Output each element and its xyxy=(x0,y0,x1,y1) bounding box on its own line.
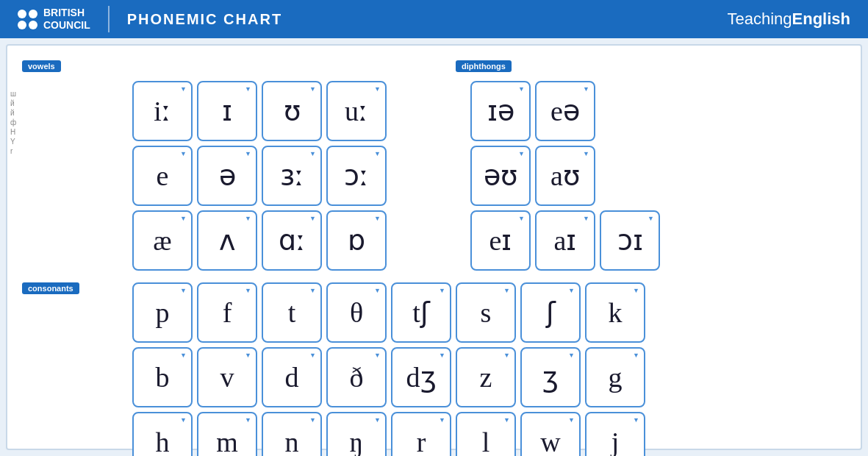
phoneme-cell-r[interactable]: r xyxy=(391,412,451,456)
vowels-label: vowels xyxy=(22,60,61,72)
main-content: ш й й ф H Y r vowels diphthongs consonan… xyxy=(6,44,862,450)
phoneme-cell-ʒ[interactable]: ʒ xyxy=(520,347,581,407)
phoneme-symbol-g: g xyxy=(609,363,623,391)
header: BRITISH COUNCIL PHONEMIC CHART TeachingE… xyxy=(0,0,868,38)
phoneme-symbol-s: s xyxy=(481,299,492,327)
logo-dot-2 xyxy=(29,10,37,18)
phoneme-symbol-h: h xyxy=(156,428,170,456)
phoneme-symbol-tʃ: tʃ xyxy=(412,299,430,327)
british-council-logo: BRITISH COUNCIL xyxy=(18,7,90,32)
phoneme-symbol-əʊ: əʊ xyxy=(484,162,517,190)
phoneme-cell-æ[interactable]: æ xyxy=(132,210,193,271)
phoneme-cell-v[interactable]: v xyxy=(197,347,257,407)
phoneme-cell-m[interactable]: m xyxy=(197,412,257,456)
consonants-row-3: h m n ŋ r l w j xyxy=(132,412,645,456)
phoneme-cell-ɔː[interactable]: ɔː xyxy=(326,146,387,206)
vowels-grid: iː ɪ ʊ uː e ə ɜː ɔː xyxy=(132,81,387,271)
logo-dot-3 xyxy=(18,21,26,29)
phoneme-cell-p[interactable]: p xyxy=(132,282,193,343)
phoneme-cell-uː[interactable]: uː xyxy=(326,81,387,141)
phoneme-cell-ʊ[interactable]: ʊ xyxy=(262,81,322,141)
diphthongs-row-2: əʊ aʊ xyxy=(470,146,660,206)
phoneme-cell-e[interactable]: e xyxy=(132,146,193,206)
phoneme-symbol-eɪ: eɪ xyxy=(489,227,512,254)
phoneme-symbol-k: k xyxy=(609,299,623,327)
header-divider xyxy=(108,6,110,32)
phoneme-symbol-eə: eə xyxy=(550,97,580,125)
phoneme-symbol-e: e xyxy=(157,162,169,190)
diphthongs-row-1: ɪə eə xyxy=(470,81,660,141)
phoneme-cell-ð[interactable]: ð xyxy=(326,347,387,407)
phoneme-cell-ʌ[interactable]: ʌ xyxy=(197,210,257,271)
phoneme-cell-j[interactable]: j xyxy=(585,412,645,456)
logo-text: BRITISH COUNCIL xyxy=(43,7,90,32)
phoneme-symbol-dʒ: dʒ xyxy=(406,363,437,391)
phoneme-symbol-ɪ: ɪ xyxy=(222,97,232,125)
phoneme-cell-ɪ[interactable]: ɪ xyxy=(197,81,257,141)
diphthongs-row-3: eɪ aɪ ɔɪ xyxy=(470,210,660,271)
phoneme-cell-d[interactable]: d xyxy=(262,347,322,407)
consonants-grid: p f t θ tʃ s ʃ k xyxy=(132,282,645,456)
phoneme-symbol-z: z xyxy=(480,363,492,391)
phoneme-cell-θ[interactable]: θ xyxy=(326,282,387,343)
phoneme-symbol-uː: uː xyxy=(345,97,368,125)
phoneme-cell-b[interactable]: b xyxy=(132,347,193,407)
phoneme-symbol-f: f xyxy=(223,299,232,327)
phoneme-cell-ɑː[interactable]: ɑː xyxy=(262,210,322,271)
phoneme-cell-t[interactable]: t xyxy=(262,282,322,343)
sidebar-letter: й xyxy=(10,109,16,117)
phoneme-cell-ɔɪ[interactable]: ɔɪ xyxy=(600,210,660,271)
phoneme-symbol-ɑː: ɑː xyxy=(279,227,306,254)
phoneme-symbol-ʊ: ʊ xyxy=(284,97,301,125)
phoneme-symbol-ɜː: ɜː xyxy=(280,162,304,190)
phoneme-cell-z[interactable]: z xyxy=(456,347,516,407)
sidebar-letter: ш xyxy=(10,90,16,98)
phoneme-cell-w[interactable]: w xyxy=(520,412,581,456)
phoneme-cell-dʒ[interactable]: dʒ xyxy=(391,347,451,407)
phoneme-symbol-aɪ: aɪ xyxy=(554,227,577,254)
phoneme-cell-tʃ[interactable]: tʃ xyxy=(391,282,451,343)
consonants-row-2: b v d ð dʒ z ʒ g xyxy=(132,347,645,407)
phoneme-cell-l[interactable]: l xyxy=(456,412,516,456)
sidebar-letter: ф xyxy=(10,118,16,127)
phoneme-cell-s[interactable]: s xyxy=(456,282,516,343)
phoneme-cell-iː[interactable]: iː xyxy=(132,81,193,141)
logo-dot-4 xyxy=(29,21,37,29)
phoneme-symbol-ŋ: ŋ xyxy=(350,428,364,456)
phoneme-symbol-θ: θ xyxy=(350,299,363,327)
sidebar-letter: r xyxy=(10,147,16,155)
phoneme-symbol-d: d xyxy=(285,363,299,391)
phoneme-cell-eɪ[interactable]: eɪ xyxy=(470,210,531,271)
phoneme-cell-ə[interactable]: ə xyxy=(197,146,257,206)
phoneme-cell-aɪ[interactable]: aɪ xyxy=(535,210,595,271)
phoneme-cell-h[interactable]: h xyxy=(132,412,193,456)
phoneme-cell-k[interactable]: k xyxy=(585,282,645,343)
phoneme-cell-n[interactable]: n xyxy=(262,412,322,456)
phoneme-cell-ŋ[interactable]: ŋ xyxy=(326,412,387,456)
phoneme-symbol-m: m xyxy=(216,428,238,456)
phoneme-cell-ɪə[interactable]: ɪə xyxy=(470,81,531,141)
phoneme-cell-g[interactable]: g xyxy=(585,347,645,407)
phoneme-symbol-p: p xyxy=(156,299,170,327)
logo-dots xyxy=(18,10,37,29)
sidebar-letter: й xyxy=(10,99,16,107)
phoneme-cell-ɜː[interactable]: ɜː xyxy=(262,146,322,206)
phoneme-symbol-w: w xyxy=(540,428,560,456)
phoneme-symbol-b: b xyxy=(156,363,170,391)
phoneme-cell-eə[interactable]: eə xyxy=(535,81,595,141)
phoneme-symbol-æ: æ xyxy=(153,227,171,254)
phoneme-cell-ɒ[interactable]: ɒ xyxy=(326,210,387,271)
phoneme-symbol-t: t xyxy=(288,299,296,327)
phoneme-cell-əʊ[interactable]: əʊ xyxy=(470,146,531,206)
phoneme-symbol-v: v xyxy=(220,363,234,391)
phoneme-cell-ʃ[interactable]: ʃ xyxy=(520,282,581,343)
phoneme-cell-f[interactable]: f xyxy=(197,282,257,343)
phoneme-symbol-ɔɪ: ɔɪ xyxy=(617,227,643,254)
phoneme-cell-aʊ[interactable]: aʊ xyxy=(535,146,595,206)
phoneme-symbol-ʌ: ʌ xyxy=(219,227,235,254)
phoneme-symbol-iː: iː xyxy=(154,97,171,125)
phoneme-symbol-ɪə: ɪə xyxy=(487,97,514,125)
logo-dot-1 xyxy=(18,10,26,18)
vowels-row-1: iː ɪ ʊ uː xyxy=(132,81,387,141)
phoneme-symbol-ʃ: ʃ xyxy=(546,299,556,327)
